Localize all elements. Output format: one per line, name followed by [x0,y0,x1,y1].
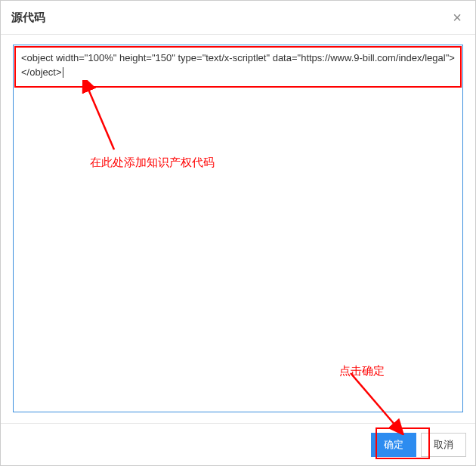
text-cursor [63,67,63,78]
cancel-button[interactable]: 取消 [421,433,466,457]
source-code-dialog: 源代码 × <object width="100%" height="150" … [0,0,476,466]
code-textarea[interactable]: <object width="100%" height="150" type="… [13,45,463,412]
dialog-body: <object width="100%" height="150" type="… [1,34,475,423]
close-icon[interactable]: × [450,8,465,26]
confirm-button[interactable]: 确定 [371,433,416,457]
dialog-header: 源代码 × [1,1,475,35]
dialog-title: 源代码 [11,11,45,25]
code-content[interactable]: <object width="100%" height="150" type="… [14,45,462,86]
dialog-footer: 确定 取消 [1,423,475,465]
